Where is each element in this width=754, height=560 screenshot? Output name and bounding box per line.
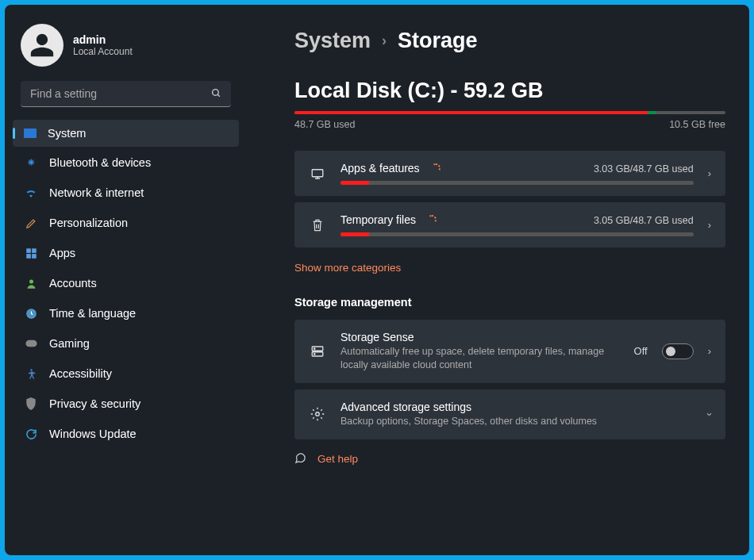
category-bar-fill [340,181,369,185]
sidebar-item-label: Gaming [49,337,90,350]
storage-sense-sub: Automatically free up space, delete temp… [340,345,620,372]
sidebar-item-personalization[interactable]: Personalization [13,209,239,237]
svg-rect-3 [32,248,37,253]
toggle-knob [666,347,675,356]
svg-line-1 [217,94,220,97]
sidebar-item-label: Accounts [49,277,97,290]
svg-point-9 [30,369,33,371]
disk-free-label: 10.5 GB free [669,119,725,130]
svg-point-0 [213,90,219,96]
disk-used-label: 48.7 GB used [294,119,355,130]
sidebar-item-privacy-security[interactable]: Privacy & security [13,389,239,418]
sidebar-item-windows-update[interactable]: Windows Update [13,420,239,448]
settings-window: admin Local Account System⁕Bluetooth & d… [5,5,749,555]
storage-sense-toggle[interactable] [662,343,694,359]
sidebar-item-system[interactable]: System [13,120,239,147]
sidebar-item-label: Windows Update [49,428,137,440]
sidebar-item-bluetooth-devices[interactable]: ⁕Bluetooth & devices [13,148,239,177]
sidebar-item-apps[interactable]: Apps [13,239,239,267]
advanced-storage-card[interactable]: Advanced storage settings Backup options… [294,389,725,439]
search-icon [211,88,221,101]
sidebar-item-label: Privacy & security [49,397,140,410]
advanced-storage-sub: Backup options, Storage Spaces, other di… [340,415,694,428]
chevron-right-icon: › [708,219,711,231]
category-card-apps-features[interactable]: Apps & features3.03 GB/48.7 GB used› [294,151,725,196]
content-area: System › Storage Local Disk (C:) - 59.2 … [247,5,749,555]
category-bar [340,181,694,185]
chevron-right-icon: › [708,345,711,357]
svg-point-14 [314,354,315,355]
svg-rect-2 [26,248,31,253]
svg-rect-10 [312,169,323,176]
loading-spinner-icon [431,163,440,173]
get-help-link[interactable]: Get help [317,453,358,465]
sidebar-item-label: Network & internet [49,186,144,199]
disk-bar-used [294,111,648,114]
sidebar-item-gaming[interactable]: Gaming [13,329,239,358]
category-bar [340,232,694,236]
storage-sense-state: Off [634,345,648,357]
sidebar-item-accounts[interactable]: Accounts [13,269,239,297]
sidebar-item-label: Apps [49,247,75,259]
category-title: Temporary files [340,213,416,226]
sidebar-item-label: Time & language [49,307,136,320]
sidebar-item-label: Bluetooth & devices [49,156,151,169]
apps-icon [309,167,326,181]
trash-icon [309,218,326,232]
nav: System⁕Bluetooth & devicesNetwork & inte… [13,118,239,450]
user-name: admin [73,33,133,46]
svg-rect-8 [25,340,37,347]
storage-management-heading: Storage management [294,296,725,309]
search-input[interactable] [30,87,204,100]
svg-point-6 [29,279,33,283]
svg-rect-4 [26,254,31,259]
user-account-type: Local Account [73,46,133,57]
show-more-categories-link[interactable]: Show more categories [294,262,401,274]
avatar [21,24,63,67]
category-card-temporary-files[interactable]: Temporary files3.05 GB/48.7 GB used› [294,202,725,247]
get-help-row: Get help [294,452,725,466]
category-bar-fill [340,232,369,236]
gear-icon [309,407,326,421]
storage-sense-title: Storage Sense [340,331,620,343]
loading-spinner-icon [427,215,437,224]
search-field[interactable] [21,81,231,107]
sidebar-item-accessibility[interactable]: Accessibility [13,359,239,388]
storage-sense-card[interactable]: Storage Sense Automatically free up spac… [294,320,725,383]
chevron-down-icon: › [703,412,715,416]
breadcrumb: System › Storage [294,29,725,53]
user-block[interactable]: admin Local Account [13,19,239,81]
help-icon [294,452,306,466]
category-title: Apps & features [340,162,420,175]
sidebar-item-label: System [48,127,86,140]
chevron-right-icon: › [708,167,711,179]
advanced-storage-title: Advanced storage settings [340,401,694,413]
svg-rect-5 [32,254,37,259]
sidebar-item-label: Accessibility [49,367,112,380]
sidebar: admin Local Account System⁕Bluetooth & d… [5,5,247,555]
chevron-right-icon: › [382,33,387,49]
breadcrumb-current: Storage [398,29,478,53]
drive-icon [309,344,326,359]
category-stat: 3.05 GB/48.7 GB used [594,215,694,226]
svg-point-15 [316,412,320,416]
disk-meta: 48.7 GB used 10.5 GB free [294,119,725,130]
breadcrumb-parent[interactable]: System [294,29,371,53]
disk-bar-extra [648,111,656,114]
sidebar-item-label: Personalization [49,217,128,229]
disk-title: Local Disk (C:) - 59.2 GB [294,79,725,103]
svg-point-13 [314,348,315,349]
search-wrap [13,81,239,118]
sidebar-item-network-internet[interactable]: Network & internet [13,178,239,207]
disk-usage-bar [294,111,725,114]
category-stat: 3.03 GB/48.7 GB used [594,163,694,175]
sidebar-item-time-language[interactable]: Time & language [13,299,239,328]
